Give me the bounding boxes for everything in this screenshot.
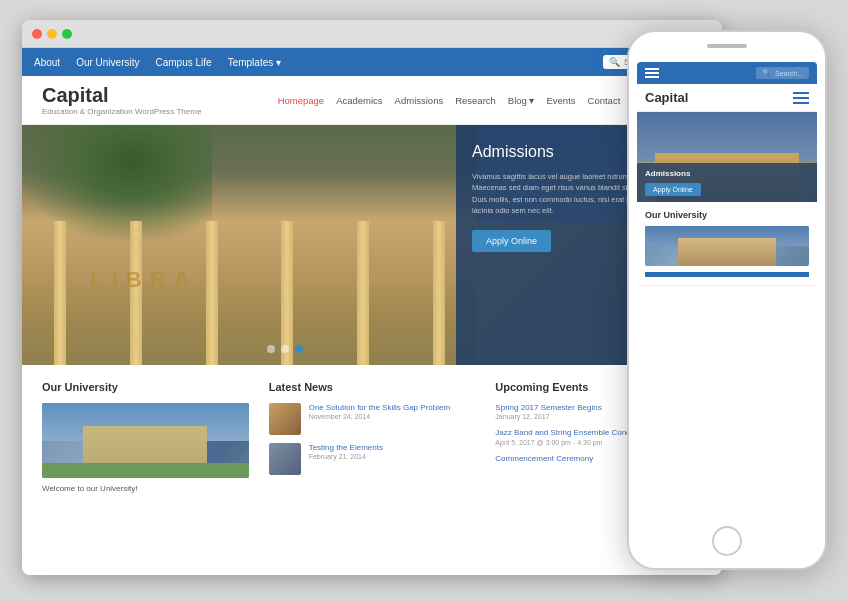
phone-university-building <box>678 238 776 266</box>
scene: About Our University Campus Life Templat… <box>0 0 847 601</box>
our-university-section: Our University Welcome to our University… <box>42 381 249 509</box>
our-university-title: Our University <box>42 381 249 393</box>
latest-news-section: Latest News One Solution for the Skills … <box>269 381 476 509</box>
university-grass <box>42 463 249 478</box>
nav-homepage[interactable]: Homepage <box>278 95 324 106</box>
facade-columns <box>22 221 477 365</box>
hero-dot-3[interactable] <box>295 345 303 353</box>
topbar-nav-campus-life[interactable]: Campus Life <box>156 57 212 68</box>
phone-hamburger-line-3 <box>793 102 809 104</box>
welcome-text: Welcome to our University! <box>42 484 249 493</box>
phone-search-icon: 🔍 <box>762 69 771 77</box>
mobile-device: 🔍 Search... Capital <box>627 30 827 570</box>
nav-contact[interactable]: Contact <box>588 95 621 106</box>
phone-admissions-title: Admissions <box>645 169 809 178</box>
site-topbar: About Our University Campus Life Templat… <box>22 48 722 76</box>
topbar-nav-about[interactable]: About <box>34 57 60 68</box>
news-title-2[interactable]: Testing the Elements <box>309 443 383 453</box>
hero-dots <box>267 345 303 353</box>
site-logo: Capital Education & Organization WordPre… <box>42 84 201 116</box>
site-logo-tagline: Education & Organization WordPress Theme <box>42 107 201 116</box>
dot-green[interactable] <box>62 29 72 39</box>
facade-text: LIBRA <box>90 267 197 293</box>
column-1 <box>54 221 66 365</box>
site-logo-title: Capital <box>42 84 201 107</box>
phone-site-header: Capital <box>637 84 817 112</box>
nav-events[interactable]: Events <box>547 95 576 106</box>
news-content-2: Testing the Elements February 21, 2014 <box>309 443 383 475</box>
building-facade: LIBRA <box>22 125 477 365</box>
column-4 <box>281 221 293 365</box>
university-image <box>42 403 249 478</box>
phone-menu-icon[interactable] <box>645 68 659 78</box>
latest-news-title: Latest News <box>269 381 476 393</box>
phone-screen: 🔍 Search... Capital <box>637 62 817 518</box>
desktop-browser: About Our University Campus Life Templat… <box>22 20 722 575</box>
topbar-nav-our-university[interactable]: Our University <box>76 57 139 68</box>
browser-chrome <box>22 20 722 48</box>
phone-blue-bar <box>645 272 809 277</box>
news-content-1: One Solution for the Skills Gap Problem … <box>309 403 450 435</box>
phone-topbar: 🔍 Search... <box>637 62 817 84</box>
phone-hamburger-line-1 <box>793 92 809 94</box>
phone-speaker <box>707 44 747 48</box>
column-2 <box>130 221 142 365</box>
search-icon: 🔍 <box>609 57 620 67</box>
column-5 <box>357 221 369 365</box>
phone-home-button[interactable] <box>712 526 742 556</box>
phone-admissions-overlay: Admissions Apply Online <box>637 163 817 202</box>
phone-search-placeholder: Search... <box>775 70 803 77</box>
column-6 <box>433 221 445 365</box>
hero-dot-2[interactable] <box>281 345 289 353</box>
nav-admissions[interactable]: Admissions <box>395 95 444 106</box>
phone-apply-button[interactable]: Apply Online <box>645 183 701 196</box>
news-thumb-1 <box>269 403 301 435</box>
phone-our-university-section: Our University <box>637 202 817 286</box>
phone-outer: 🔍 Search... Capital <box>627 30 827 570</box>
browser-dots <box>32 29 72 39</box>
dot-red[interactable] <box>32 29 42 39</box>
topbar-nav-templates[interactable]: Templates ▾ <box>228 57 281 68</box>
nav-research[interactable]: Research <box>455 95 496 106</box>
news-thumb-2 <box>269 443 301 475</box>
hamburger-line-1 <box>645 68 659 70</box>
phone-hero: Admissions Apply Online <box>637 112 817 202</box>
column-3 <box>206 221 218 365</box>
news-title-1[interactable]: One Solution for the Skills Gap Problem <box>309 403 450 413</box>
phone-site-title: Capital <box>645 90 688 105</box>
hero-dot-1[interactable] <box>267 345 275 353</box>
site-header: Capital Education & Organization WordPre… <box>22 76 722 125</box>
dot-yellow[interactable] <box>47 29 57 39</box>
nav-academics[interactable]: Academics <box>336 95 382 106</box>
news-item-1: One Solution for the Skills Gap Problem … <box>269 403 476 435</box>
hamburger-line-2 <box>645 72 659 74</box>
nav-blog[interactable]: Blog ▾ <box>508 95 535 106</box>
phone-search-bar[interactable]: 🔍 Search... <box>756 67 809 79</box>
phone-university-image <box>645 226 809 266</box>
phone-our-university-title: Our University <box>645 210 809 220</box>
apply-online-button[interactable]: Apply Online <box>472 230 551 252</box>
news-date-2: February 21, 2014 <box>309 453 383 460</box>
phone-hamburger-menu[interactable] <box>793 92 809 104</box>
phone-hamburger-line-2 <box>793 97 809 99</box>
content-row: Our University Welcome to our University… <box>22 365 722 525</box>
browser-content: About Our University Campus Life Templat… <box>22 48 722 575</box>
topbar-nav: About Our University Campus Life Templat… <box>34 57 281 68</box>
news-date-1: November 24, 2014 <box>309 413 450 420</box>
hamburger-line-3 <box>645 76 659 78</box>
news-item-2: Testing the Elements February 21, 2014 <box>269 443 476 475</box>
hero-section: LIBRA Admissions Vivamus sagittis lacus … <box>22 125 722 365</box>
